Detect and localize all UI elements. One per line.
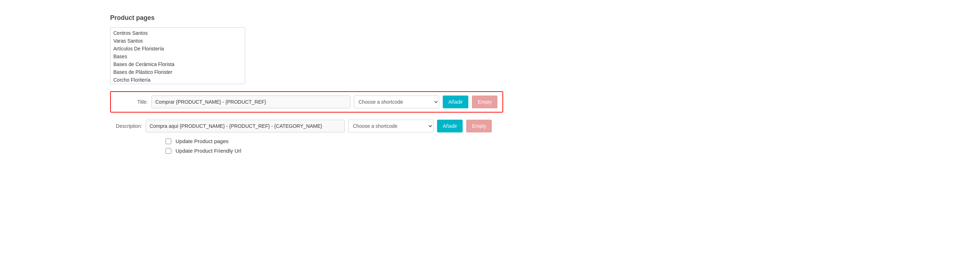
listbox-option[interactable]: Corcho Floritería	[110, 76, 245, 84]
checkboxes-section: Update Product pages Update Product Frie…	[165, 138, 980, 154]
description-row: Description: Choose a shortcode Añadir E…	[110, 120, 980, 132]
listbox-option[interactable]: Varas Santos	[110, 37, 245, 45]
title-shortcode-select[interactable]: Choose a shortcode	[354, 95, 439, 108]
title-add-button[interactable]: Añadir	[443, 95, 468, 108]
description-add-button[interactable]: Añadir	[437, 120, 463, 132]
description-input[interactable]	[146, 120, 345, 132]
title-empty-button[interactable]: Empty	[472, 95, 498, 108]
listbox-option[interactable]: Bases	[110, 52, 245, 60]
checkbox-row-update-product-pages: Update Product pages	[165, 138, 980, 144]
listbox-container: Centros Santos Varas Santos Artículos De…	[110, 27, 980, 84]
description-shortcode-select[interactable]: Choose a shortcode	[348, 120, 433, 132]
update-product-friendly-url-checkbox[interactable]	[165, 148, 171, 154]
checkbox-row-update-product-friendly-url: Update Product Friendly Url	[165, 148, 980, 154]
update-product-pages-checkbox[interactable]	[165, 138, 171, 144]
update-product-pages-label: Update Product pages	[175, 138, 229, 144]
listbox-option[interactable]: Bases de Plástico Florister	[110, 68, 245, 76]
description-empty-button[interactable]: Empty	[466, 120, 492, 132]
product-pages-listbox[interactable]: Centros Santos Varas Santos Artículos De…	[110, 27, 245, 84]
listbox-option[interactable]: Bases de Cerámica Florista	[110, 60, 245, 68]
listbox-option[interactable]: Centros Santos	[110, 29, 245, 37]
title-row-highlighted: Title: Choose a shortcode Añadir Empty	[110, 91, 503, 113]
update-product-friendly-url-label: Update Product Friendly Url	[175, 148, 241, 154]
description-label: Description:	[110, 123, 142, 129]
section-title: Product pages	[110, 14, 980, 22]
title-label: Title:	[116, 99, 148, 105]
listbox-option[interactable]: Artículos De Floristería	[110, 45, 245, 52]
page-wrapper: Product pages Centros Santos Varas Santo…	[0, 0, 980, 256]
title-input[interactable]	[151, 95, 350, 108]
